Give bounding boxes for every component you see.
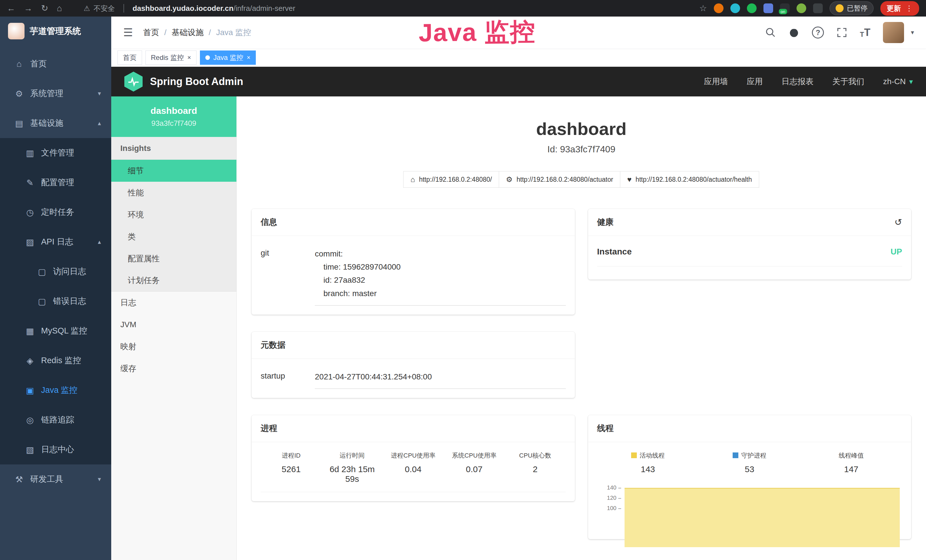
- reload-icon[interactable]: ↻: [41, 4, 48, 12]
- help-icon[interactable]: ?: [812, 27, 824, 38]
- app-sidebar: 芋道管理系统 ⌂ 首页 ⚙ 系统管理 ▾ ▤ 基础设施 ▴ ▥ 文件管理 ✎: [0, 17, 111, 560]
- service-url-button[interactable]: ⌂ http://192.168.0.2:48080/: [403, 171, 499, 188]
- sidebar-item-home[interactable]: ⌂ 首页: [0, 49, 111, 79]
- menu-toggle-icon[interactable]: ☰: [123, 26, 133, 39]
- threads-col-peak: 线程峰值 147: [800, 451, 902, 474]
- url-bar[interactable]: dashboard.yudao.iocoder.cn/infra/admin-s…: [133, 4, 295, 13]
- sba-item-classes[interactable]: 类: [111, 226, 236, 248]
- history-icon[interactable]: ↺: [894, 217, 902, 228]
- sba-nav-journal[interactable]: 日志报表: [782, 76, 814, 87]
- spring-boot-admin-logo[interactable]: [124, 72, 142, 92]
- metadata-value: 2021-04-27T00:44:31.254+08:00: [315, 370, 566, 389]
- back-icon[interactable]: ←: [7, 4, 15, 12]
- chart-y-axis: 140 120 100: [597, 484, 621, 511]
- sidebar-item-log-center[interactable]: ▧ 日志中心: [0, 435, 111, 465]
- sidebar-item-dev-tools[interactable]: ⚒ 研发工具 ▾: [0, 465, 111, 494]
- locale-selector[interactable]: zh-CN ▾: [883, 77, 913, 86]
- forward-icon[interactable]: →: [24, 4, 33, 12]
- extension-icon-4[interactable]: [763, 3, 773, 13]
- sidebar-item-system-mgmt[interactable]: ⚙ 系统管理 ▾: [0, 79, 111, 108]
- sidebar-item-access-logs[interactable]: ▢ 访问日志: [0, 257, 111, 286]
- sba-item-config-properties[interactable]: 配置属性: [111, 248, 236, 269]
- redis-icon: ◈: [23, 356, 37, 366]
- sidebar-item-java-monitor[interactable]: ▣ Java 监控: [0, 375, 111, 405]
- user-avatar[interactable]: [883, 22, 904, 43]
- active-threads-swatch: [631, 453, 637, 458]
- sidebar-item-error-logs[interactable]: ▢ 错误日志: [0, 286, 111, 316]
- sba-item-logs[interactable]: 日志: [111, 292, 236, 313]
- col-value: 147: [800, 465, 902, 474]
- threads-col-daemon: 守护进程 53: [699, 451, 800, 474]
- sidebar-item-file-mgmt[interactable]: ▥ 文件管理: [0, 138, 111, 168]
- sba-item-jvm[interactable]: JVM: [111, 313, 236, 336]
- extension-icon-1[interactable]: [714, 3, 723, 13]
- fullscreen-icon[interactable]: [837, 27, 847, 38]
- sba-brand-title[interactable]: Spring Boot Admin: [150, 76, 243, 88]
- extension-icon-6[interactable]: [796, 3, 806, 13]
- instance-id: 93a3fc7f7409: [151, 119, 197, 128]
- chevron-down-icon: ▾: [911, 29, 914, 36]
- browser-home-icon[interactable]: ⌂: [57, 4, 62, 12]
- sidebar-item-label: Redis 监控: [41, 355, 81, 366]
- search-icon[interactable]: [765, 27, 776, 38]
- col-header: 系统CPU使用率: [444, 451, 505, 460]
- col-header: CPU核心数: [505, 451, 566, 460]
- security-chip[interactable]: ⚠ 不安全: [83, 4, 115, 13]
- health-card: 健康 ↺ Instance UP: [588, 209, 911, 280]
- tab-redis-monitor[interactable]: Redis 监控 ×: [145, 50, 197, 65]
- paused-extension-chip[interactable]: 已暂停: [830, 2, 873, 15]
- process-card: 进程 进程ID 5261 运行时间 6d 23h 15m 59s: [251, 415, 575, 501]
- tab-home[interactable]: 首页: [118, 50, 142, 65]
- sba-sidebar: dashboard 93a3fc7f7409 Insights 细节 性能 环境…: [111, 97, 237, 560]
- sba-item-caches[interactable]: 缓存: [111, 357, 236, 380]
- health-instance-row[interactable]: Instance UP: [597, 247, 902, 266]
- sidebar-item-infrastructure[interactable]: ▤ 基础设施 ▴: [0, 108, 111, 138]
- col-header: 守护进程: [741, 452, 766, 459]
- sidebar-item-trace[interactable]: ◎ 链路追踪: [0, 405, 111, 435]
- extension-icon-2[interactable]: [730, 3, 740, 13]
- col-value: 0.07: [444, 465, 505, 474]
- sba-item-environment[interactable]: 环境: [111, 204, 236, 226]
- sba-nav-applications[interactable]: 应用: [747, 76, 763, 87]
- process-col-pid: 进程ID 5261: [261, 451, 322, 484]
- locale-label: zh-CN: [883, 77, 906, 86]
- info-value: commit: time: 1596289704000 id: 27aa832 …: [315, 247, 566, 306]
- font-size-icon[interactable]: T T: [860, 27, 870, 38]
- card-title: 信息: [261, 216, 277, 228]
- app-logo[interactable]: 芋道管理系统: [0, 17, 111, 45]
- extensions-puzzle-icon[interactable]: [813, 3, 823, 13]
- sba-item-details[interactable]: 细节: [111, 160, 236, 182]
- close-icon[interactable]: ×: [188, 54, 191, 61]
- doc-icon: ▢: [35, 297, 49, 306]
- sidebar-item-mysql-monitor[interactable]: ▦ MySQL 监控: [0, 316, 111, 346]
- sba-item-scheduled-tasks[interactable]: 计划任务: [111, 269, 236, 292]
- instance-links: ⌂ http://192.168.0.2:48080/ ⚙ http://192…: [237, 171, 926, 188]
- breadcrumb-item-home[interactable]: 首页: [143, 27, 159, 38]
- chevron-down-icon: ▾: [98, 90, 101, 97]
- github-icon[interactable]: [788, 27, 799, 38]
- update-button[interactable]: 更新 ⋮: [881, 1, 919, 16]
- kebab-menu-icon[interactable]: ⋮: [905, 4, 913, 13]
- breadcrumb-item-infrastructure[interactable]: 基础设施: [172, 27, 204, 38]
- extension-icon-3[interactable]: [747, 3, 757, 13]
- health-url-button[interactable]: ♥ http://192.168.0.2:48080/actuator/heal…: [620, 171, 759, 188]
- instance-selector[interactable]: dashboard 93a3fc7f7409: [111, 97, 236, 137]
- link-label: http://192.168.0.2:48080/actuator: [516, 176, 613, 183]
- sidebar-item-config-mgmt[interactable]: ✎ 配置管理: [0, 168, 111, 197]
- close-icon[interactable]: ×: [247, 54, 250, 61]
- git-commit-line: commit:: [315, 247, 566, 260]
- sba-item-performance[interactable]: 性能: [111, 182, 236, 204]
- breadcrumb-item-current: Java 监控: [216, 27, 251, 38]
- sidebar-item-api-logs[interactable]: ▨ API 日志 ▴: [0, 227, 111, 257]
- sidebar-item-redis-monitor[interactable]: ◈ Redis 监控: [0, 346, 111, 375]
- col-value: 143: [597, 465, 699, 474]
- file-icon: ▥: [23, 148, 37, 158]
- bookmark-star-icon[interactable]: ☆: [699, 4, 707, 12]
- actuator-url-button[interactable]: ⚙ http://192.168.0.2:48080/actuator: [499, 171, 620, 188]
- extension-icon-5[interactable]: on: [780, 3, 790, 13]
- sba-nav-about[interactable]: 关于我们: [832, 76, 864, 87]
- sidebar-item-scheduled-tasks[interactable]: ◷ 定时任务: [0, 197, 111, 227]
- sba-item-mappings[interactable]: 映射: [111, 336, 236, 357]
- tab-java-monitor[interactable]: Java 监控 ×: [200, 50, 256, 65]
- sba-nav-applications-wall[interactable]: 应用墙: [704, 76, 728, 87]
